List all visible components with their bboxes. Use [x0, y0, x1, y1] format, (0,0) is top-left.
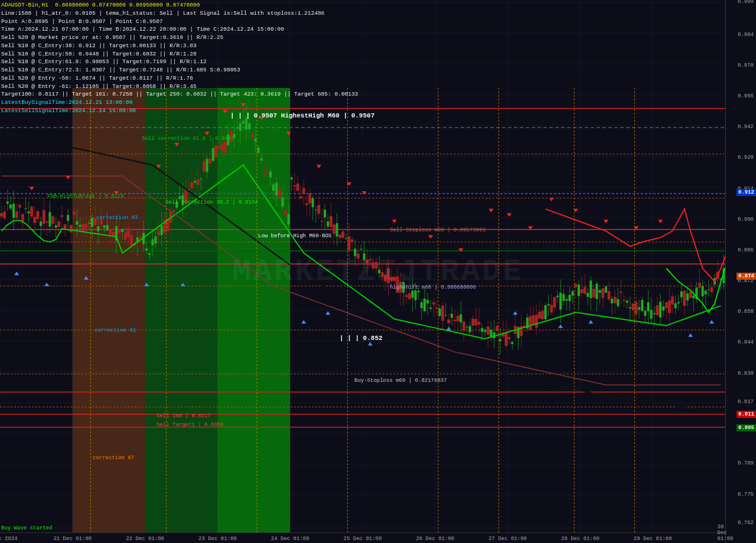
sell4-info: Sell %10 @ C_Entry:61.8: 0.98053 || Targ… — [1, 58, 358, 66]
time-tick: 29 Dec 01:00 — [634, 536, 672, 542]
price-tick: 0.817 — [738, 399, 754, 405]
price-tick: 0.900 — [738, 217, 754, 223]
price-tick: 0.858 — [738, 309, 754, 315]
time-tick: 20 Dec 2024 — [0, 536, 18, 542]
sell6-info: Sell %20 @ Entry -50: 1.0674 || Target:0… — [1, 74, 358, 83]
sell5-info: Sell %10 @ C_Entry:72.3: 1.0307 || Targe… — [1, 66, 358, 74]
price-badge: 0.805 — [737, 424, 756, 431]
price-tick: 0.956 — [738, 93, 754, 99]
time-axis: 20 Dec 202421 Dec 01:0022 Dec 01:0023 De… — [0, 532, 725, 543]
price-tick: 0.928 — [738, 155, 754, 161]
info-panel: ADAUSDT-Bin,H1 0.86980000 0.87470000 0.8… — [1, 1, 358, 115]
time-tick: 22 Dec 01:00 — [126, 536, 164, 542]
time-tick: 24 Dec 01:00 — [271, 536, 309, 542]
price-badge: 0.874 — [737, 273, 756, 280]
time-tick: 26 Dec 01:00 — [416, 536, 454, 542]
time-tick: 30 Dec 01:00 — [717, 524, 733, 542]
price-tick: 0.775 — [738, 492, 754, 498]
targets-info: Target100: 0.8117 || Target 161: 0.7258 … — [1, 90, 358, 99]
price-axis: 0.9990.9840.9700.9560.9420.9280.9140.900… — [725, 0, 756, 543]
price-tick: 0.984 — [738, 32, 754, 38]
price-tick: 0.886 — [738, 247, 754, 253]
price-tick: 0.789 — [738, 460, 754, 466]
time-tick: 27 Dec 01:00 — [488, 536, 527, 542]
symbol-line: ADAUSDT-Bin,H1 0.86980000 0.87470000 0.8… — [1, 1, 358, 9]
time-tick: 25 Dec 01:00 — [344, 536, 382, 542]
sell7-info: Sell %20 @ Entry -61: 1.12105 || Target:… — [1, 83, 358, 91]
line1-info: Line:1588 | h1_atr_0: 0.0105 | tema_h1_s… — [1, 9, 358, 18]
line2-info: Point A:0.8695 | Point B:0.9507 | Point … — [1, 18, 358, 26]
sell1-info: Sell %20 @ Market price or at: 0.9507 ||… — [1, 34, 358, 42]
price-tick: 0.844 — [738, 339, 754, 345]
sell3-info: Sell %10 @ C_Entry:50: 0.9448 || Target:… — [1, 50, 358, 58]
price-badge: 0.912 — [737, 189, 756, 196]
line3-info: Time A:2024.12.21 07:00:00 | Time B:2024… — [1, 25, 358, 34]
time-tick: 28 Dec 01:00 — [561, 536, 599, 542]
time-tick: 21 Dec 01:00 — [53, 536, 92, 542]
sell2-info: Sell %10 @ C_Entry:38: 0.912 || Target:0… — [1, 42, 358, 50]
price-badge: 0.811 — [737, 411, 756, 418]
latest-buy: LatestBuySignalTime:2024.12.21 13:00:00 — [1, 99, 358, 107]
price-tick: 0.970 — [738, 63, 754, 68]
chart-container: MARKETZIJTRADE ADAUSDT-Bin,H1 0.86980000… — [0, 0, 756, 543]
price-tick: 0.830 — [738, 371, 754, 377]
watermark: MARKETZIJTRADE — [233, 254, 524, 289]
price-tick: 0.942 — [738, 124, 754, 130]
time-tick: 23 Dec 01:00 — [198, 536, 237, 542]
price-tick: 0.999 — [738, 0, 754, 5]
latest-sell: LatestSellSignalTime:2024.12.24 15:00:00 — [1, 107, 358, 115]
price-tick: 0.762 — [738, 520, 754, 526]
